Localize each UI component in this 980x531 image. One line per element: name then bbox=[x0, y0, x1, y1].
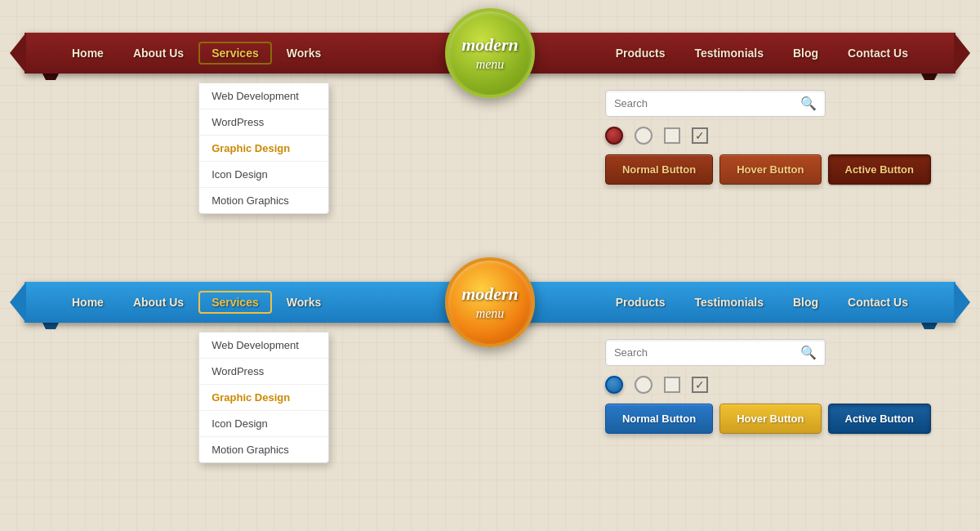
controls-row-blue: ✓ bbox=[605, 376, 931, 394]
services-dropdown-blue: Web Development WordPress Graphic Design… bbox=[198, 332, 329, 463]
radio-empty-dark[interactable] bbox=[635, 127, 653, 145]
buttons-row-blue: Normal Button Hover Button Active Button bbox=[605, 404, 931, 434]
search-box-blue: 🔍 bbox=[605, 339, 826, 366]
services-dropdown-dark: Web Development WordPress Graphic Design… bbox=[198, 83, 329, 214]
nav-testimonials-blue[interactable]: Testimonials bbox=[679, 296, 778, 309]
nav-about[interactable]: About Us bbox=[118, 47, 198, 60]
nav-items-left-blue: Home About Us Services Web Development W… bbox=[57, 291, 490, 314]
dropdown-graphic-design[interactable]: Graphic Design bbox=[199, 136, 328, 162]
normal-button-blue[interactable]: Normal Button bbox=[605, 404, 713, 434]
controls-row-dark: ✓ bbox=[605, 127, 931, 145]
nav-items-right-blue: Products Testimonials Blog Contact Us bbox=[490, 296, 923, 309]
nav-works-blue[interactable]: Works bbox=[272, 296, 336, 309]
dropdown-web-dev[interactable]: Web Development bbox=[199, 83, 328, 109]
search-box-dark: 🔍 bbox=[605, 90, 826, 117]
logo-text-dark: modern menu bbox=[461, 34, 519, 72]
right-panel-blue: 🔍 ✓ Normal Button Hover Button Active Bu… bbox=[605, 339, 931, 434]
radio-empty-blue[interactable] bbox=[635, 376, 653, 394]
checkbox-checked-dark[interactable]: ✓ bbox=[692, 127, 708, 144]
nav-contact-blue[interactable]: Contact Us bbox=[833, 296, 923, 309]
nav-services[interactable]: Services bbox=[198, 42, 272, 65]
logo-circle-blue[interactable]: modern menu bbox=[445, 257, 535, 347]
radio-filled-dark[interactable] bbox=[605, 127, 623, 145]
nav-bar-blue: Home About Us Services Web Development W… bbox=[24, 282, 956, 323]
nav-products[interactable]: Products bbox=[601, 47, 680, 60]
right-panel-dark: 🔍 ✓ Normal Button Hover Button Active Bu… bbox=[605, 90, 931, 185]
nav-works[interactable]: Works bbox=[272, 47, 336, 60]
nav-items-right: Products Testimonials Blog Contact Us bbox=[490, 47, 923, 60]
dropdown-motion-graphics[interactable]: Motion Graphics bbox=[199, 188, 328, 213]
nav-services-blue[interactable]: Services bbox=[198, 291, 272, 314]
nav-testimonials[interactable]: Testimonials bbox=[679, 47, 778, 60]
nav-items-left: Home About Us Services Web Development W… bbox=[57, 42, 490, 65]
logo-text-blue: modern menu bbox=[461, 283, 519, 321]
nav-home[interactable]: Home bbox=[57, 47, 118, 60]
logo-wrap-blue: modern menu bbox=[445, 257, 535, 347]
hover-button-blue[interactable]: Hover Button bbox=[719, 404, 821, 434]
search-input-blue[interactable] bbox=[606, 341, 792, 364]
dropdown-icon-design[interactable]: Icon Design bbox=[199, 162, 328, 188]
nav-blog[interactable]: Blog bbox=[778, 47, 833, 60]
normal-button-dark[interactable]: Normal Button bbox=[605, 154, 713, 185]
buttons-row-dark: Normal Button Hover Button Active Button bbox=[605, 154, 931, 185]
search-button-dark[interactable]: 🔍 bbox=[792, 91, 825, 116]
dropdown-wordpress[interactable]: WordPress bbox=[199, 109, 328, 136]
nav-contact[interactable]: Contact Us bbox=[833, 47, 923, 60]
hover-button-dark[interactable]: Hover Button bbox=[719, 154, 821, 185]
dropdown-icon-design-blue[interactable]: Icon Design bbox=[199, 411, 328, 437]
dropdown-wordpress-blue[interactable]: WordPress bbox=[199, 359, 328, 385]
nav-home-blue[interactable]: Home bbox=[57, 296, 118, 309]
nav-bar-dark: Home About Us Services Web Development W… bbox=[24, 33, 956, 74]
active-button-dark[interactable]: Active Button bbox=[828, 154, 932, 185]
dropdown-graphic-design-blue[interactable]: Graphic Design bbox=[199, 385, 328, 411]
logo-wrap-dark: modern menu bbox=[445, 8, 535, 98]
checkbox-checked-blue[interactable]: ✓ bbox=[692, 377, 708, 393]
section-blue: Home About Us Services Web Development W… bbox=[0, 282, 980, 323]
search-button-blue[interactable]: 🔍 bbox=[792, 340, 825, 365]
search-input-dark[interactable] bbox=[606, 91, 792, 115]
nav-about-blue[interactable]: About Us bbox=[118, 296, 198, 309]
nav-products-blue[interactable]: Products bbox=[601, 296, 680, 309]
checkbox-empty-blue[interactable] bbox=[664, 377, 680, 393]
radio-filled-blue[interactable] bbox=[605, 376, 623, 394]
checkbox-empty-dark[interactable] bbox=[664, 127, 680, 144]
active-button-blue[interactable]: Active Button bbox=[828, 404, 932, 434]
section-dark: Home About Us Services Web Development W… bbox=[0, 33, 980, 74]
dropdown-motion-graphics-blue[interactable]: Motion Graphics bbox=[199, 437, 328, 462]
logo-circle-dark[interactable]: modern menu bbox=[445, 8, 535, 98]
dropdown-web-dev-blue[interactable]: Web Development bbox=[199, 332, 328, 359]
nav-blog-blue[interactable]: Blog bbox=[778, 296, 833, 309]
